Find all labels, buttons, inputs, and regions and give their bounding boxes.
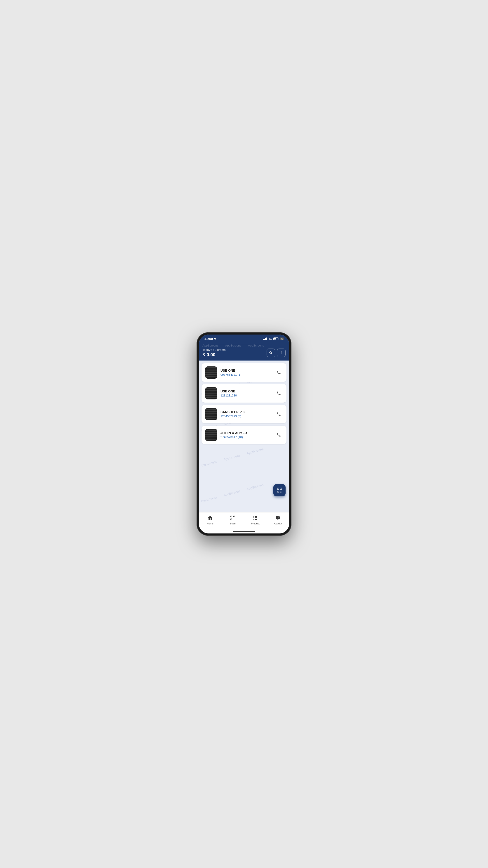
nav-item-scan[interactable]: Scan <box>221 514 244 526</box>
status-time: 11:50 <box>204 337 217 341</box>
avatar <box>205 408 217 420</box>
search-icon <box>269 351 273 355</box>
svg-rect-2 <box>231 519 232 520</box>
bottom-nav: Home Scan P <box>199 512 289 530</box>
signal-icon <box>263 338 267 340</box>
qr-scan-fab[interactable] <box>273 484 286 496</box>
home-indicator <box>233 531 255 532</box>
scan-icon-svg <box>230 515 235 521</box>
svg-rect-6 <box>279 517 280 519</box>
phone-icon <box>276 370 281 375</box>
todays-orders-label: Today's : 0 orders <box>202 348 225 351</box>
home-icon-svg <box>207 515 213 521</box>
product-icon <box>253 515 258 522</box>
qr-icon <box>276 487 283 494</box>
customer-name: USE ONE <box>221 390 271 393</box>
svg-rect-0 <box>231 516 232 517</box>
customer-info: SANSHEER P K 1234567893 (3) <box>221 410 271 418</box>
home-icon <box>207 515 213 522</box>
customer-card[interactable]: SANSHEER P K 1234567893 (3) <box>201 405 287 423</box>
header-content: Today's : 0 orders ₹ 0.00 <box>202 348 286 358</box>
nav-item-product[interactable]: Product <box>244 514 267 526</box>
nav-label-home: Home <box>207 522 213 525</box>
status-bar: 11:50 4G 36 <box>199 335 289 342</box>
activity-icon <box>275 515 281 522</box>
nav-label-activity: Activity <box>274 522 282 525</box>
search-button[interactable] <box>267 348 275 357</box>
scan-icon <box>230 515 235 522</box>
customer-info: USE ONE 0987654321 (1) <box>221 369 271 376</box>
call-button[interactable] <box>275 410 283 418</box>
customer-info: JITHIN U AHMED 9746573617 (10) <box>221 431 271 439</box>
battery-level: 36 <box>280 338 284 340</box>
home-bar <box>199 530 289 533</box>
header-amount: ₹ 0.00 <box>202 352 225 358</box>
header-actions <box>267 348 286 357</box>
phone-frame: 11:50 4G 36 AppScreens AppScreens <box>197 332 291 536</box>
network-label: 4G <box>268 337 272 340</box>
customer-card[interactable]: JITHIN U AHMED 9746573617 (10) <box>201 426 287 444</box>
location-icon <box>214 338 217 340</box>
customer-phone: 1234567893 (3) <box>221 414 271 418</box>
customer-name: USE ONE <box>221 369 271 372</box>
call-button[interactable] <box>275 431 283 439</box>
svg-rect-4 <box>276 516 277 519</box>
empty-space <box>201 446 287 509</box>
app-header: AppScreens AppScreens AppScreens Today's… <box>199 342 289 361</box>
customer-phone: 1231231230 <box>221 394 271 397</box>
phone-icon <box>276 433 281 437</box>
customer-phone: 9746573617 (10) <box>221 435 271 439</box>
more-button[interactable] <box>277 348 286 357</box>
call-button[interactable] <box>275 389 283 397</box>
status-icons: 4G 36 <box>263 337 284 340</box>
header-info: Today's : 0 orders ₹ 0.00 <box>202 348 225 358</box>
avatar <box>205 366 217 379</box>
avatar <box>205 387 217 399</box>
nav-label-product: Product <box>251 522 260 525</box>
phone-screen: 11:50 4G 36 AppScreens AppScreens <box>199 335 289 533</box>
nav-item-activity[interactable]: Activity <box>267 514 289 526</box>
call-button[interactable] <box>275 368 283 377</box>
customer-phone: 0987654321 (1) <box>221 373 271 376</box>
nav-label-scan: Scan <box>230 522 235 525</box>
battery-icon <box>273 338 278 340</box>
more-icon <box>279 351 283 355</box>
activity-icon-svg <box>275 515 281 521</box>
phone-icon <box>276 391 281 396</box>
product-icon-svg <box>253 515 258 521</box>
nav-item-home[interactable]: Home <box>199 514 221 526</box>
customer-info: USE ONE 1231231230 <box>221 390 271 397</box>
customer-name: JITHIN U AHMED <box>221 431 271 435</box>
svg-rect-1 <box>234 516 235 517</box>
content-area[interactable]: AppScreensAppScreensAppScreens AppScreen… <box>199 361 289 512</box>
customer-card[interactable]: USE ONE 0987654321 (1) <box>201 363 287 382</box>
phone-icon <box>276 412 281 416</box>
svg-rect-5 <box>278 517 278 519</box>
avatar <box>205 429 217 441</box>
customer-card[interactable]: USE ONE 1231231230 <box>201 384 287 403</box>
header-watermark: AppScreens AppScreens AppScreens <box>202 344 286 347</box>
customer-name: SANSHEER P K <box>221 410 271 414</box>
